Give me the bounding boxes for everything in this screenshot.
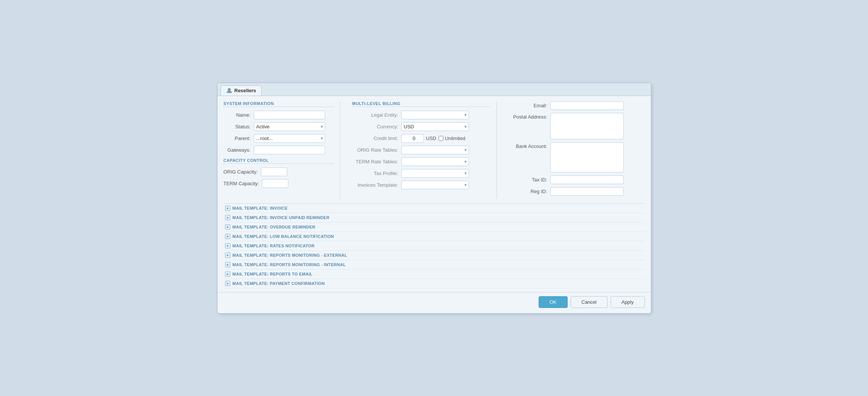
credit-limit-unit: USD: [426, 136, 436, 141]
orig-capacity-row: ORIG Capacity:: [224, 168, 334, 176]
tax-id-label: Tax ID:: [509, 177, 550, 183]
term-rate-tables-row: TERM Rate Tables:: [352, 157, 490, 166]
expand-icon[interactable]: +: [225, 224, 230, 230]
name-label: Name:: [224, 112, 254, 118]
name-row: Name:: [224, 111, 334, 119]
legal-entity-select[interactable]: [401, 111, 469, 119]
mail-template-row: +MAIL TEMPLATE: INVOICE UNPAID REMINDER: [224, 213, 645, 222]
status-label: Status:: [224, 124, 254, 129]
credit-limit-input[interactable]: [401, 134, 424, 143]
bank-account-row: Bank Account:: [509, 142, 624, 172]
gateways-row: Gateways:: [224, 146, 334, 154]
name-input[interactable]: [254, 111, 325, 119]
invoices-template-select[interactable]: [401, 181, 469, 189]
reg-id-label: Reg ID:: [509, 189, 550, 194]
orig-rate-tables-select[interactable]: [401, 146, 469, 154]
postal-address-row: Postal Address:: [509, 113, 624, 139]
credit-limit-row: Credit limit: USD Unlimited: [352, 134, 490, 143]
mail-template-label: MAIL TEMPLATE: OVERDUE REMINDER: [233, 225, 315, 229]
mail-template-row: +MAIL TEMPLATE: OVERDUE REMINDER: [224, 222, 645, 232]
bank-account-label: Bank Account:: [509, 142, 550, 149]
expand-icon[interactable]: +: [225, 243, 230, 248]
contact-column: Email: Postal Address: Bank Account: Tax…: [503, 101, 624, 199]
bank-account-input[interactable]: [550, 142, 624, 172]
term-rate-tables-label: TERM Rate Tables:: [352, 159, 401, 164]
currency-label: Currency:: [352, 124, 401, 129]
mail-template-row: +MAIL TEMPLATE: REPORTS MONITORING - EXT…: [224, 251, 645, 260]
status-row: Status: Active Inactive: [224, 122, 334, 131]
expand-icon[interactable]: +: [225, 234, 230, 239]
mail-template-label: MAIL TEMPLATE: RATES NOTIFICATOR: [233, 244, 315, 248]
tab-resellers-label: Resellers: [235, 88, 256, 93]
cancel-button[interactable]: Cancel: [571, 296, 608, 308]
tax-profile-select[interactable]: [401, 169, 469, 178]
expand-icon[interactable]: +: [225, 206, 230, 211]
mail-template-row: +MAIL TEMPLATE: PAYMENT CONFIRMATION: [224, 279, 645, 288]
postal-address-input[interactable]: [550, 113, 624, 139]
left-column: SYSTEM INFORMATION Name: Status: Active …: [224, 101, 340, 199]
legal-entity-row: Legal Entity:: [352, 111, 490, 119]
parent-label: Parent:: [224, 136, 254, 141]
email-input[interactable]: [550, 101, 624, 110]
expand-icon[interactable]: +: [225, 271, 230, 277]
billing-title: MULTI-LEVEL BILLING: [352, 101, 490, 107]
svg-point-0: [228, 88, 231, 91]
mail-template-row: +MAIL TEMPLATE: RATES NOTIFICATOR: [224, 241, 645, 251]
mail-template-label: MAIL TEMPLATE: INVOICE: [233, 206, 288, 210]
tax-id-row: Tax ID:: [509, 175, 624, 184]
orig-capacity-label: ORIG Capacity:: [224, 169, 261, 175]
mail-template-label: MAIL TEMPLATE: REPORTS TO EMAIL: [233, 272, 313, 276]
reseller-icon: [226, 88, 232, 94]
tab-resellers[interactable]: Resellers: [221, 85, 262, 96]
mail-template-row: +MAIL TEMPLATE: REPORTS MONITORING - INT…: [224, 260, 645, 270]
orig-rate-tables-select-wrapper: [401, 146, 469, 154]
orig-rate-tables-row: ORIG Rate Tables:: [352, 146, 490, 154]
invoices-template-select-wrapper: [401, 181, 469, 189]
ok-button[interactable]: OK: [539, 296, 568, 308]
apply-button[interactable]: Apply: [611, 296, 645, 308]
capacity-control-section: CAPACITY CONTROL ORIG Capacity: TERM Cap…: [224, 158, 334, 188]
legal-entity-label: Legal Entity:: [352, 112, 401, 118]
invoices-template-label: Invoices Template:: [352, 182, 401, 188]
email-row: Email:: [509, 101, 624, 110]
currency-select-wrapper: USD EUR GBP: [401, 122, 469, 131]
mail-template-label: MAIL TEMPLATE: REPORTS MONITORING - INTE…: [233, 262, 346, 267]
orig-capacity-input[interactable]: [261, 168, 287, 176]
mail-templates-section: +MAIL TEMPLATE: INVOICE+MAIL TEMPLATE: I…: [224, 203, 645, 288]
email-label: Email:: [509, 103, 550, 108]
mail-template-row: +MAIL TEMPLATE: INVOICE: [224, 204, 645, 213]
gateways-label: Gateways:: [224, 147, 254, 153]
expand-icon[interactable]: +: [225, 281, 230, 286]
status-select-wrapper: Active Inactive: [254, 122, 325, 131]
expand-icon[interactable]: +: [225, 253, 230, 258]
resellers-dialog: Resellers SYSTEM INFORMATION Name: Statu…: [217, 83, 651, 314]
tax-profile-row: Tax Profile:: [352, 169, 490, 178]
reg-id-row: Reg ID:: [509, 187, 624, 196]
tax-id-input[interactable]: [550, 175, 624, 184]
term-capacity-row: TERM Capacity:: [224, 179, 334, 188]
dialog-content: SYSTEM INFORMATION Name: Status: Active …: [218, 96, 651, 292]
orig-rate-tables-label: ORIG Rate Tables:: [352, 147, 401, 153]
status-select[interactable]: Active Inactive: [254, 122, 325, 131]
mail-template-label: MAIL TEMPLATE: INVOICE UNPAID REMINDER: [233, 215, 330, 220]
term-capacity-input[interactable]: [262, 179, 288, 188]
parent-select[interactable]: ...root...: [254, 134, 325, 143]
currency-select[interactable]: USD EUR GBP: [401, 122, 469, 131]
gateways-input[interactable]: [254, 146, 325, 154]
mail-template-label: MAIL TEMPLATE: PAYMENT CONFIRMATION: [233, 281, 325, 286]
tab-bar: Resellers: [218, 83, 651, 96]
expand-icon[interactable]: +: [225, 262, 230, 267]
tax-profile-label: Tax Profile:: [352, 171, 401, 176]
unlimited-checkbox[interactable]: [439, 136, 443, 141]
expand-icon[interactable]: +: [225, 215, 230, 220]
term-rate-tables-select-wrapper: [401, 157, 469, 166]
invoices-template-row: Invoices Template:: [352, 181, 490, 189]
parent-row: Parent: ...root...: [224, 134, 334, 143]
tax-profile-select-wrapper: [401, 169, 469, 178]
mail-template-label: MAIL TEMPLATE: LOW BALANCE NOTIFICATION: [233, 234, 334, 239]
term-rate-tables-select[interactable]: [401, 157, 469, 166]
unlimited-label: Unlimited: [445, 136, 465, 141]
reg-id-input[interactable]: [550, 187, 624, 196]
term-capacity-label: TERM Capacity:: [224, 181, 262, 186]
top-row: SYSTEM INFORMATION Name: Status: Active …: [224, 101, 645, 199]
